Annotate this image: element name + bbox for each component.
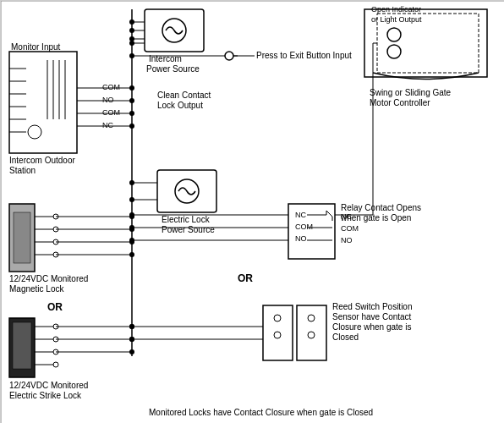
svg-text:Magnetic Lock: Magnetic Lock bbox=[9, 284, 64, 294]
svg-point-88 bbox=[129, 349, 134, 354]
svg-rect-74 bbox=[13, 322, 31, 369]
svg-text:Monitored Locks have Contact C: Monitored Locks have Contact Closure whe… bbox=[149, 408, 373, 417]
svg-text:COM: COM bbox=[102, 108, 120, 117]
svg-text:NO: NO bbox=[341, 236, 353, 244]
svg-text:Electric Strike Lock: Electric Strike Lock bbox=[9, 391, 82, 400]
svg-text:Closed: Closed bbox=[332, 332, 359, 342]
svg-text:Swing or Sliding Gate: Swing or Sliding Gate bbox=[370, 88, 452, 97]
svg-text:Reed Switch Position: Reed Switch Position bbox=[332, 302, 413, 311]
svg-text:Motor Controller: Motor Controller bbox=[370, 98, 430, 107]
svg-point-140 bbox=[129, 36, 134, 41]
svg-text:NO: NO bbox=[295, 234, 307, 243]
svg-point-51 bbox=[129, 197, 134, 202]
svg-point-138 bbox=[129, 19, 134, 25]
svg-text:12/24VDC Monitored: 12/24VDC Monitored bbox=[9, 381, 88, 390]
svg-text:Monitor Input: Monitor Input bbox=[11, 42, 61, 52]
svg-point-113 bbox=[129, 212, 134, 217]
svg-point-32 bbox=[129, 124, 134, 129]
svg-text:Sensor have Contact: Sensor have Contact bbox=[332, 312, 412, 321]
svg-point-117 bbox=[129, 238, 134, 243]
svg-point-131 bbox=[129, 337, 134, 342]
svg-text:Electric Lock: Electric Lock bbox=[162, 215, 211, 224]
svg-point-26 bbox=[129, 98, 134, 103]
svg-text:OR: OR bbox=[47, 301, 63, 313]
svg-text:Lock Output: Lock Output bbox=[157, 101, 203, 110]
svg-text:Open Indicator: Open Indicator bbox=[371, 5, 421, 14]
svg-point-29 bbox=[129, 111, 134, 116]
svg-point-126 bbox=[274, 332, 281, 338]
svg-text:OR: OR bbox=[238, 272, 253, 284]
svg-text:COM: COM bbox=[295, 222, 313, 231]
svg-text:Relay Contact Opens: Relay Contact Opens bbox=[341, 203, 421, 212]
svg-point-125 bbox=[308, 315, 315, 321]
wiring-diagram: Monitor Input Intercom Outdoor Station I… bbox=[0, 0, 504, 423]
svg-point-12 bbox=[28, 125, 41, 139]
svg-point-82 bbox=[53, 362, 58, 367]
svg-point-129 bbox=[129, 324, 134, 329]
svg-text:Clean Contact: Clean Contact bbox=[157, 91, 211, 100]
svg-point-23 bbox=[129, 85, 134, 91]
svg-text:Intercom Outdoor: Intercom Outdoor bbox=[9, 156, 75, 165]
svg-text:or Light Output: or Light Output bbox=[371, 15, 422, 24]
svg-point-115 bbox=[129, 225, 134, 230]
svg-text:COM: COM bbox=[102, 83, 120, 91]
svg-text:NC: NC bbox=[102, 121, 113, 129]
svg-text:12/24VDC Monitored: 12/24VDC Monitored bbox=[9, 274, 88, 283]
svg-point-127 bbox=[308, 332, 315, 338]
svg-point-91 bbox=[387, 28, 401, 41]
svg-rect-1 bbox=[9, 52, 77, 153]
svg-text:NO: NO bbox=[102, 96, 114, 104]
svg-point-92 bbox=[387, 45, 401, 58]
svg-text:NC: NC bbox=[295, 211, 306, 219]
svg-point-49 bbox=[129, 180, 134, 185]
svg-text:Press to Exit Button Input: Press to Exit Button Input bbox=[256, 51, 352, 60]
svg-point-124 bbox=[274, 315, 281, 321]
svg-point-39 bbox=[225, 52, 233, 60]
svg-text:Station: Station bbox=[9, 166, 36, 175]
svg-point-38 bbox=[129, 53, 134, 58]
svg-text:Power Source: Power Source bbox=[162, 225, 215, 234]
svg-text:Closure when gate is: Closure when gate is bbox=[332, 322, 411, 332]
svg-rect-53 bbox=[14, 212, 30, 263]
svg-point-69 bbox=[129, 252, 134, 257]
svg-text:Power Source: Power Source bbox=[146, 64, 200, 74]
svg-point-34 bbox=[129, 28, 134, 33]
svg-text:COM: COM bbox=[341, 224, 359, 233]
